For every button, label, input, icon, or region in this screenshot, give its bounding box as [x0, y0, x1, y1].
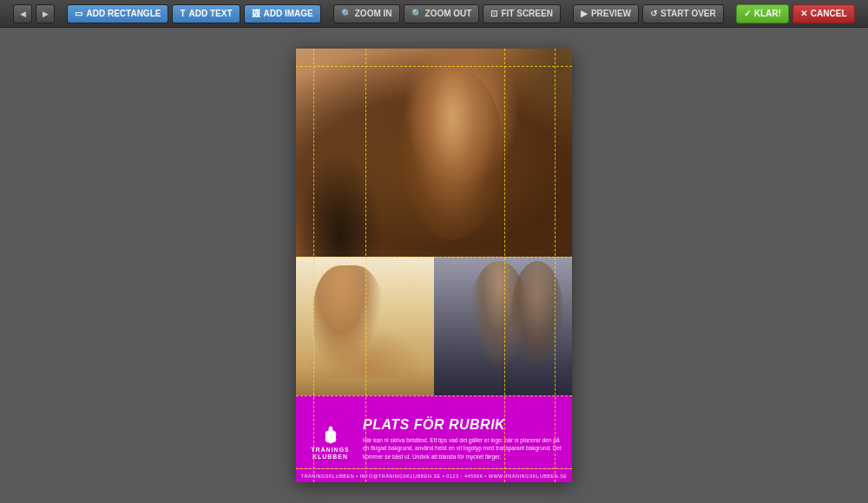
- zoom-out-button[interactable]: 🔍 ZOOM OUT: [404, 4, 480, 23]
- preview-icon: ▶: [581, 9, 588, 18]
- restart-icon: ↺: [650, 9, 657, 18]
- fit-screen-button[interactable]: ⊡ FIT SCREEN: [483, 4, 560, 23]
- footer-bar: TRÄNINGSKLUBBEN • INFO@TRÄNINGSKLUBBEN.S…: [296, 468, 572, 482]
- zoom-in-button[interactable]: 🔍 ZOOM IN: [333, 4, 400, 23]
- logo-area: TRÄNINGS KLUBBEN: [306, 417, 354, 461]
- check-icon: ✓: [744, 9, 751, 18]
- cancel-button[interactable]: ✕ CANCEL: [792, 4, 855, 23]
- logo-flower-icon: [317, 417, 345, 445]
- top-photo[interactable]: [296, 49, 572, 257]
- svg-point-5: [328, 426, 332, 433]
- poster-text-content[interactable]: PLATS FÖR RUBRIK Här kan ni skriva brödt…: [363, 417, 562, 460]
- zoom-out-icon: 🔍: [411, 9, 422, 18]
- nav-prev-button[interactable]: ◀: [13, 4, 32, 23]
- poster-body-text[interactable]: Här kan ni skriva brödtext. Ett tips vad…: [363, 436, 562, 460]
- add-image-button[interactable]: 🖼 ADD IMAGE: [244, 4, 321, 23]
- bottom-right-content: [434, 257, 572, 395]
- bottom-photo-right[interactable]: [434, 257, 572, 395]
- text-icon: T: [180, 9, 185, 18]
- close-icon: ✕: [800, 9, 807, 18]
- fit-icon: ⊡: [490, 9, 497, 18]
- poster-canvas[interactable]: TRÄNINGS KLUBBEN PLATS FÖR RUBRIK Här ka…: [296, 49, 572, 482]
- bottom-photos-row: [296, 257, 572, 395]
- rectangle-icon: ▭: [75, 9, 82, 18]
- add-rectangle-button[interactable]: ▭ ADD RECTANGLE: [67, 4, 168, 23]
- klar-button[interactable]: ✓ KLAR!: [736, 4, 789, 23]
- image-icon: 🖼: [252, 9, 260, 18]
- logo-text: TRÄNINGS KLUBBEN: [311, 447, 350, 461]
- bottom-photo-left[interactable]: [296, 257, 434, 395]
- footer-text: TRÄNINGSKLUBBEN • INFO@TRÄNINGSKLUBBEN.S…: [301, 474, 568, 479]
- add-text-button[interactable]: T ADD TEXT: [172, 4, 240, 23]
- toolbar: ◀ ▶ ▭ ADD RECTANGLE T ADD TEXT 🖼 ADD IMA…: [0, 0, 868, 28]
- preview-button[interactable]: ▶ PREVIEW: [573, 4, 639, 23]
- canvas-area: TRÄNINGS KLUBBEN PLATS FÖR RUBRIK Här ka…: [0, 28, 868, 503]
- bottom-left-content: [296, 257, 434, 395]
- zoom-in-icon: 🔍: [341, 9, 352, 18]
- poster-title[interactable]: PLATS FÖR RUBRIK: [363, 417, 562, 433]
- start-over-button[interactable]: ↺ START OVER: [642, 4, 724, 23]
- top-photo-content: [296, 49, 572, 257]
- nav-next-button[interactable]: ▶: [36, 4, 55, 23]
